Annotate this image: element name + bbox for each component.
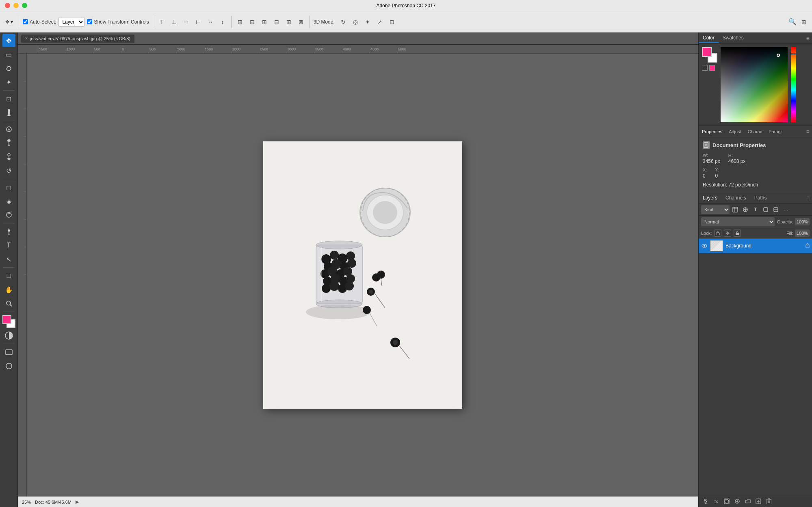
move-tool-button[interactable]: ✥ ▾ (3, 16, 15, 28)
hand-tool[interactable]: ✋ (2, 283, 15, 296)
status-arrow[interactable]: ▶ (76, 499, 79, 505)
blend-mode-select[interactable]: Normal Multiply Screen (701, 217, 775, 226)
clone-stamp-tool[interactable] (2, 150, 15, 163)
height-field: H: 4608 px (728, 153, 746, 164)
eraser-tool[interactable]: ◻ (2, 181, 15, 194)
3d-rotate-button[interactable]: ↻ (338, 17, 348, 27)
foreground-color-swatch[interactable] (2, 315, 11, 324)
text-tool[interactable]: T (2, 239, 15, 252)
auto-select-input[interactable] (23, 19, 28, 24)
align-center-button[interactable]: ↔ (206, 17, 215, 27)
add-mask-btn[interactable] (722, 497, 731, 506)
rotate-view-tool[interactable] (2, 360, 15, 373)
lock-position-btn[interactable]: ✥ (724, 230, 731, 237)
tab-adjust[interactable]: Adjust (725, 128, 745, 136)
spot-heal-tool[interactable] (2, 123, 15, 136)
3d-scale-button[interactable]: ⊡ (387, 17, 397, 27)
maximize-button[interactable] (22, 3, 27, 8)
3d-pan-button[interactable]: ✦ (363, 17, 372, 27)
layer-row-background[interactable]: Background (699, 238, 812, 253)
adj-filter-btn[interactable] (741, 205, 750, 214)
rectangle-tool[interactable]: □ (2, 269, 15, 282)
new-fill-layer-btn[interactable] (733, 497, 742, 506)
dist2-button[interactable]: ⊟ (247, 17, 257, 27)
auto-select-checkbox[interactable]: Auto-Select: (23, 19, 56, 25)
dist5-button[interactable]: ⊞ (284, 17, 294, 27)
quick-mask-tool[interactable] (2, 329, 15, 342)
spectrum-gradient[interactable] (721, 47, 788, 122)
fill-input[interactable] (795, 230, 810, 237)
tab-channels[interactable]: Channels (721, 193, 750, 202)
shape-filter-btn[interactable] (761, 205, 770, 214)
workspace-button[interactable]: ⊞ (799, 17, 809, 27)
color-spectrum[interactable] (721, 47, 788, 122)
3d-slide-button[interactable]: ↗ (375, 17, 385, 27)
align-bottom-button[interactable]: ⊣ (181, 17, 191, 27)
tab-swatches[interactable]: Swatches (719, 33, 748, 43)
history-brush-tool[interactable]: ↺ (2, 164, 15, 177)
black-swatch[interactable] (702, 65, 708, 71)
transform-input[interactable] (87, 19, 92, 24)
align-right-button[interactable]: ↕ (218, 17, 227, 27)
kind-select[interactable]: Kind (701, 205, 730, 214)
props-panel-options[interactable]: ≡ (806, 128, 812, 135)
text-filter-btn[interactable]: T (751, 205, 760, 214)
zoom-tool[interactable] (2, 297, 15, 310)
path-selection-tool[interactable]: ↖ (2, 253, 15, 266)
smart-filter-btn[interactable] (771, 205, 780, 214)
pen-tool[interactable] (2, 225, 15, 238)
crop-tool[interactable]: ⊡ (2, 92, 15, 105)
fx-btn[interactable]: fx (712, 497, 721, 506)
panel-fg-swatch[interactable] (702, 47, 712, 57)
search-button[interactable]: 🔍 (788, 18, 797, 26)
svg-point-80 (347, 259, 356, 268)
transform-controls-checkbox[interactable]: Show Transform Controls (87, 19, 149, 25)
color-swatches[interactable] (2, 315, 15, 328)
dodge-tool[interactable] (2, 208, 15, 221)
new-group-btn[interactable] (743, 497, 752, 506)
pixel-filter-btn[interactable] (731, 205, 740, 214)
color-panel-options[interactable]: ≡ (806, 35, 812, 41)
close-button[interactable] (5, 3, 10, 8)
tab-paragr[interactable]: Paragr (765, 128, 785, 136)
tab-layers[interactable]: Layers (699, 193, 721, 202)
new-layer-btn[interactable] (754, 497, 763, 506)
tab-paths[interactable]: Paths (750, 193, 771, 202)
opacity-input[interactable] (795, 218, 810, 225)
magic-wand-tool[interactable]: ✦ (2, 76, 15, 89)
lock-pixels-btn[interactable] (714, 230, 721, 237)
toolbar-sep2 (153, 16, 153, 28)
hue-slider[interactable] (791, 47, 796, 122)
dist3-button[interactable]: ⊞ (260, 17, 269, 27)
gradient-tool[interactable]: ◈ (2, 195, 15, 208)
layer-visibility-eye[interactable] (701, 243, 708, 249)
tab-close[interactable]: × (25, 36, 28, 41)
layers-panel-options[interactable]: ≡ (806, 195, 812, 201)
move-tool[interactable]: ✥ (2, 34, 15, 47)
rectangular-marquee-tool[interactable]: ▭ (2, 48, 15, 61)
screen-mode-tool[interactable] (2, 346, 15, 359)
align-middle-button[interactable]: ⊥ (169, 17, 179, 27)
minimize-button[interactable] (13, 3, 19, 8)
document-tab[interactable]: × jess-watters-510675-unsplash.jpg @ 25%… (21, 35, 134, 43)
delete-layer-btn[interactable] (764, 497, 773, 506)
svg-point-101 (363, 306, 371, 314)
link-layers-btn[interactable] (701, 497, 710, 506)
canvas-viewport[interactable] (27, 54, 698, 496)
dist6-button[interactable]: ⊠ (296, 17, 306, 27)
auto-select-select[interactable]: Layer Group (58, 17, 84, 27)
dist4-button[interactable]: ⊟ (272, 17, 281, 27)
eyedropper-tool[interactable] (2, 106, 15, 119)
more-filter-btn[interactable]: … (782, 205, 790, 214)
tab-color[interactable]: Color (699, 33, 719, 43)
3d-roll-button[interactable]: ◎ (351, 17, 360, 27)
align-left-button[interactable]: ⊢ (193, 17, 203, 27)
distribute-button[interactable]: ⊞ (235, 17, 245, 27)
align-top-button[interactable]: ⊤ (157, 17, 167, 27)
lock-all-btn[interactable] (734, 230, 741, 237)
lasso-tool[interactable] (2, 62, 15, 75)
tab-properties[interactable]: Properties (699, 128, 725, 136)
brush-tool[interactable] (2, 136, 15, 150)
tab-charac[interactable]: Charac (745, 128, 765, 136)
pink-swatch[interactable] (709, 65, 715, 71)
